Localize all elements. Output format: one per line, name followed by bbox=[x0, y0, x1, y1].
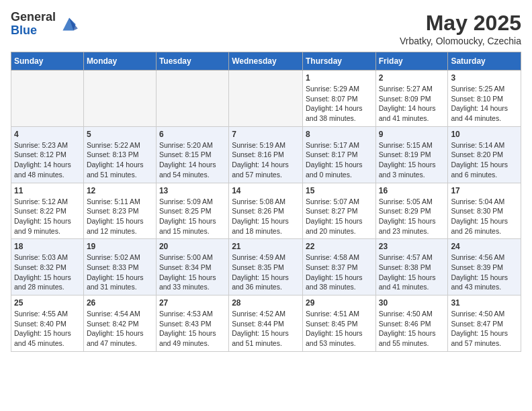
day-number: 3 bbox=[451, 73, 518, 83]
day-info: Sunrise: 5:09 AM Sunset: 8:25 PM Dayligh… bbox=[159, 197, 226, 236]
day-number: 19 bbox=[87, 242, 153, 251]
day-info: Sunrise: 5:22 AM Sunset: 8:13 PM Dayligh… bbox=[87, 140, 153, 180]
day-number: 15 bbox=[306, 186, 373, 195]
weekday-header-row: SundayMondayTuesdayWednesdayThursdayFrid… bbox=[11, 52, 521, 71]
day-info: Sunrise: 4:51 AM Sunset: 8:45 PM Dayligh… bbox=[306, 309, 373, 349]
day-number: 11 bbox=[14, 186, 81, 195]
calendar-cell: 4Sunrise: 5:23 AM Sunset: 8:12 PM Daylig… bbox=[11, 126, 84, 183]
day-number: 13 bbox=[159, 186, 226, 195]
day-info: Sunrise: 5:02 AM Sunset: 8:33 PM Dayligh… bbox=[87, 253, 153, 292]
day-info: Sunrise: 5:14 AM Sunset: 8:20 PM Dayligh… bbox=[451, 140, 518, 180]
day-number: 4 bbox=[14, 130, 81, 139]
day-number: 10 bbox=[451, 130, 518, 139]
day-number: 12 bbox=[87, 186, 153, 195]
calendar-cell bbox=[229, 71, 303, 127]
day-info: Sunrise: 5:00 AM Sunset: 8:34 PM Dayligh… bbox=[159, 253, 226, 292]
calendar-cell: 14Sunrise: 5:08 AM Sunset: 8:26 PM Dayli… bbox=[229, 183, 303, 239]
calendar-cell: 27Sunrise: 4:53 AM Sunset: 8:43 PM Dayli… bbox=[156, 295, 228, 352]
calendar-cell: 15Sunrise: 5:07 AM Sunset: 8:27 PM Dayli… bbox=[302, 183, 375, 239]
weekday-header-wednesday: Wednesday bbox=[229, 52, 303, 71]
day-number: 17 bbox=[451, 186, 518, 195]
day-number: 5 bbox=[87, 130, 153, 139]
logo-blue-text: Blue bbox=[11, 24, 56, 38]
day-number: 6 bbox=[159, 130, 226, 139]
calendar-cell: 3Sunrise: 5:25 AM Sunset: 8:10 PM Daylig… bbox=[448, 71, 521, 127]
calendar-cell: 11Sunrise: 5:12 AM Sunset: 8:22 PM Dayli… bbox=[11, 183, 84, 239]
day-number: 9 bbox=[379, 130, 445, 139]
day-info: Sunrise: 4:57 AM Sunset: 8:38 PM Dayligh… bbox=[379, 253, 445, 292]
day-number: 8 bbox=[306, 130, 373, 139]
day-info: Sunrise: 4:55 AM Sunset: 8:40 PM Dayligh… bbox=[14, 309, 81, 349]
calendar-cell: 9Sunrise: 5:15 AM Sunset: 8:19 PM Daylig… bbox=[375, 126, 448, 183]
day-info: Sunrise: 5:29 AM Sunset: 8:07 PM Dayligh… bbox=[306, 84, 373, 124]
calendar-cell: 10Sunrise: 5:14 AM Sunset: 8:20 PM Dayli… bbox=[448, 126, 521, 183]
calendar-cell: 31Sunrise: 4:50 AM Sunset: 8:47 PM Dayli… bbox=[448, 295, 521, 352]
calendar-cell: 1Sunrise: 5:29 AM Sunset: 8:07 PM Daylig… bbox=[302, 71, 375, 127]
calendar-cell: 29Sunrise: 4:51 AM Sunset: 8:45 PM Dayli… bbox=[302, 295, 375, 352]
day-number: 28 bbox=[232, 298, 300, 308]
day-number: 31 bbox=[451, 298, 518, 308]
calendar-cell: 18Sunrise: 5:03 AM Sunset: 8:32 PM Dayli… bbox=[11, 239, 84, 295]
week-row-3: 11Sunrise: 5:12 AM Sunset: 8:22 PM Dayli… bbox=[11, 183, 521, 239]
day-info: Sunrise: 4:59 AM Sunset: 8:35 PM Dayligh… bbox=[232, 253, 300, 292]
day-info: Sunrise: 5:07 AM Sunset: 8:27 PM Dayligh… bbox=[306, 197, 373, 236]
calendar-cell bbox=[156, 71, 228, 127]
calendar-table: SundayMondayTuesdayWednesdayThursdayFrid… bbox=[11, 52, 521, 352]
day-info: Sunrise: 4:54 AM Sunset: 8:42 PM Dayligh… bbox=[87, 309, 153, 349]
calendar-cell: 21Sunrise: 4:59 AM Sunset: 8:35 PM Dayli… bbox=[229, 239, 303, 295]
weekday-header-tuesday: Tuesday bbox=[156, 52, 228, 71]
day-info: Sunrise: 5:15 AM Sunset: 8:19 PM Dayligh… bbox=[379, 140, 445, 180]
calendar-cell: 20Sunrise: 5:00 AM Sunset: 8:34 PM Dayli… bbox=[156, 239, 228, 295]
day-number: 2 bbox=[379, 73, 445, 83]
day-info: Sunrise: 4:58 AM Sunset: 8:37 PM Dayligh… bbox=[306, 253, 373, 292]
week-row-2: 4Sunrise: 5:23 AM Sunset: 8:12 PM Daylig… bbox=[11, 126, 521, 183]
day-info: Sunrise: 4:52 AM Sunset: 8:44 PM Dayligh… bbox=[232, 309, 300, 349]
page-header: General Blue May 2025 Vrbatky, Olomoucky… bbox=[11, 11, 521, 46]
day-info: Sunrise: 5:20 AM Sunset: 8:15 PM Dayligh… bbox=[159, 140, 226, 180]
weekday-header-monday: Monday bbox=[83, 52, 156, 71]
day-number: 1 bbox=[306, 73, 373, 83]
calendar-cell: 28Sunrise: 4:52 AM Sunset: 8:44 PM Dayli… bbox=[229, 295, 303, 352]
calendar-cell: 19Sunrise: 5:02 AM Sunset: 8:33 PM Dayli… bbox=[83, 239, 156, 295]
day-info: Sunrise: 5:27 AM Sunset: 8:09 PM Dayligh… bbox=[379, 84, 445, 124]
logo-general-text: General bbox=[11, 11, 56, 24]
day-number: 24 bbox=[451, 242, 518, 251]
day-number: 21 bbox=[232, 242, 300, 251]
day-info: Sunrise: 5:23 AM Sunset: 8:12 PM Dayligh… bbox=[14, 140, 81, 180]
week-row-5: 25Sunrise: 4:55 AM Sunset: 8:40 PM Dayli… bbox=[11, 295, 521, 352]
day-number: 29 bbox=[306, 298, 373, 308]
calendar-cell: 5Sunrise: 5:22 AM Sunset: 8:13 PM Daylig… bbox=[83, 126, 156, 183]
day-number: 26 bbox=[87, 298, 153, 308]
day-info: Sunrise: 5:03 AM Sunset: 8:32 PM Dayligh… bbox=[14, 253, 81, 292]
weekday-header-friday: Friday bbox=[375, 52, 448, 71]
month-year-title: May 2025 bbox=[400, 11, 521, 36]
day-number: 25 bbox=[14, 298, 81, 308]
day-number: 7 bbox=[232, 130, 300, 139]
day-number: 18 bbox=[14, 242, 81, 251]
day-number: 23 bbox=[379, 242, 445, 251]
day-info: Sunrise: 4:56 AM Sunset: 8:39 PM Dayligh… bbox=[451, 253, 518, 292]
calendar-cell: 2Sunrise: 5:27 AM Sunset: 8:09 PM Daylig… bbox=[375, 71, 448, 127]
day-info: Sunrise: 5:08 AM Sunset: 8:26 PM Dayligh… bbox=[232, 197, 300, 236]
day-number: 27 bbox=[159, 298, 226, 308]
logo-icon bbox=[58, 13, 80, 35]
calendar-cell: 26Sunrise: 4:54 AM Sunset: 8:42 PM Dayli… bbox=[83, 295, 156, 352]
weekday-header-sunday: Sunday bbox=[11, 52, 84, 71]
week-row-4: 18Sunrise: 5:03 AM Sunset: 8:32 PM Dayli… bbox=[11, 239, 521, 295]
day-info: Sunrise: 5:05 AM Sunset: 8:29 PM Dayligh… bbox=[379, 197, 445, 236]
calendar-cell: 16Sunrise: 5:05 AM Sunset: 8:29 PM Dayli… bbox=[375, 183, 448, 239]
calendar-cell bbox=[83, 71, 156, 127]
day-info: Sunrise: 5:17 AM Sunset: 8:17 PM Dayligh… bbox=[306, 140, 373, 180]
day-number: 20 bbox=[159, 242, 226, 251]
calendar-cell: 7Sunrise: 5:19 AM Sunset: 8:16 PM Daylig… bbox=[229, 126, 303, 183]
calendar-cell: 17Sunrise: 5:04 AM Sunset: 8:30 PM Dayli… bbox=[448, 183, 521, 239]
day-info: Sunrise: 4:50 AM Sunset: 8:47 PM Dayligh… bbox=[451, 309, 518, 349]
calendar-cell: 24Sunrise: 4:56 AM Sunset: 8:39 PM Dayli… bbox=[448, 239, 521, 295]
day-info: Sunrise: 5:25 AM Sunset: 8:10 PM Dayligh… bbox=[451, 84, 518, 124]
day-info: Sunrise: 5:04 AM Sunset: 8:30 PM Dayligh… bbox=[451, 197, 518, 236]
day-info: Sunrise: 5:11 AM Sunset: 8:23 PM Dayligh… bbox=[87, 197, 153, 236]
day-info: Sunrise: 4:50 AM Sunset: 8:46 PM Dayligh… bbox=[379, 309, 445, 349]
week-row-1: 1Sunrise: 5:29 AM Sunset: 8:07 PM Daylig… bbox=[11, 71, 521, 127]
day-number: 16 bbox=[379, 186, 445, 195]
calendar-cell bbox=[11, 71, 84, 127]
